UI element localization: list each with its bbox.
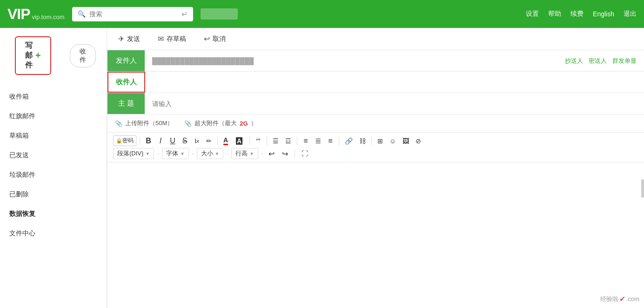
sidebar-item-files[interactable]: 文件中心 [0, 224, 107, 243]
send-label: 发送 [127, 35, 140, 43]
search-input[interactable] [89, 10, 173, 18]
group-button[interactable]: 群发单显 [612, 57, 637, 65]
font-label: 字体 [166, 149, 178, 158]
sender-actions: 抄送人 密送人 群发单显 [565, 57, 644, 65]
inbox-button[interactable]: 收件 [70, 44, 96, 67]
fullscreen-btn[interactable]: ⛶ [299, 149, 310, 158]
sidebar-buttons: 写邮件 + 收件 [0, 33, 107, 82]
redo-btn[interactable]: ↪ [280, 148, 290, 159]
recipient-label: 收件人 [107, 72, 145, 93]
sidebar-item-recovery[interactable]: 数据恢复 [0, 204, 107, 224]
bcc-button[interactable]: 密送人 [589, 57, 607, 65]
highlight-btn[interactable]: A · [234, 136, 246, 146]
quote-btn[interactable]: “” [253, 136, 263, 146]
editor-toolbar-row2: 段落(DIV) ▼ - 字体 ▼ - 大小 ▼ - 行高 [113, 148, 638, 159]
nav-billing[interactable]: 续费 [570, 10, 584, 18]
image-btn[interactable]: 🖼 [400, 136, 411, 146]
nav-logout[interactable]: 退出 [624, 10, 637, 18]
editor-toolbar: 🔒 密码 B I U S Ix ✏ A · A [107, 133, 644, 162]
lineheight-select[interactable]: 行高 ▼ [231, 148, 258, 159]
strikethrough-btn[interactable]: S [180, 136, 190, 146]
watermark-domain: .com [626, 295, 639, 302]
size-label: 大小 [201, 149, 213, 158]
sidebar-item-sent[interactable]: 已发送 [0, 146, 107, 165]
main-area: ✈ 发送 ✉ 存草稿 ↩ 取消 发件人 ████████████████████… [107, 28, 644, 308]
header: VIP vip.tom.com 🔍 ↵ 设置 帮助 续费 English 退出 [0, 0, 644, 28]
subject-input[interactable] [145, 95, 644, 112]
underline-btn[interactable]: U [168, 136, 178, 146]
ul-btn[interactable]: ☰ [270, 136, 281, 146]
unlink-btn[interactable]: ⛓ [357, 136, 368, 146]
send-button[interactable]: ✈ 发送 [116, 32, 142, 46]
sep1 [140, 137, 140, 145]
sep6 [339, 137, 339, 145]
large-attachment-label-prefix: 超大附件（最大 [195, 119, 237, 127]
align-center-btn[interactable]: ≣ [313, 135, 323, 146]
search-bar[interactable]: 🔍 ↵ [72, 7, 193, 21]
normal-attachment-label: 上传附件（50M） [125, 119, 173, 127]
italic-btn[interactable]: I [155, 136, 166, 146]
pen-btn[interactable]: ✏ [204, 136, 214, 146]
cancel-button[interactable]: ↩ 取消 [202, 32, 228, 46]
recipient-input[interactable] [145, 74, 644, 91]
blockquote-btn[interactable]: ⊘ [413, 136, 423, 146]
sidebar-item-flagged[interactable]: 红旗邮件 [0, 107, 107, 126]
sidebar: 写邮件 + 收件 收件箱 红旗邮件 草稿箱 已发送 垃圾邮件 已删除 数据恢复 … [0, 28, 107, 308]
compose-button[interactable]: 写邮件 + [15, 36, 51, 75]
font-select[interactable]: 字体 ▼ [162, 148, 189, 159]
size-select[interactable]: 大小 ▼ [197, 148, 224, 159]
undo-btn[interactable]: ↩ [266, 148, 277, 159]
highlight-icon: A [236, 137, 242, 145]
nav-language[interactable]: English [593, 10, 614, 18]
clear-format-btn[interactable]: Ix [192, 136, 202, 146]
sep2 [217, 137, 218, 145]
recipient-row: 收件人 [107, 72, 644, 93]
password-btn[interactable]: 🔒 密码 [113, 135, 136, 146]
watermark-text: 经验啦 [600, 295, 618, 303]
watermark: 经验啦 ✔ .com [600, 295, 639, 303]
paperclip-large-icon: 📎 [184, 120, 192, 127]
table-btn[interactable]: ⊞ [375, 136, 385, 146]
logo-vip: VIP [7, 6, 30, 23]
size-arrow: ▼ [215, 151, 220, 156]
font-color-btn[interactable]: A · [221, 135, 232, 146]
watermark-checkmark: ✔ [619, 295, 625, 303]
large-attachment-button[interactable]: 📎 超大附件（最大 2G ） [184, 119, 256, 127]
sidebar-item-drafts[interactable]: 草稿箱 [0, 126, 107, 146]
logo-domain: vip.tom.com [32, 13, 65, 20]
paragraph-select[interactable]: 段落(DIV) ▼ [113, 148, 154, 159]
header-nav: 设置 帮助 续费 English 退出 [526, 10, 637, 18]
editor-area[interactable] [107, 162, 644, 308]
link-btn[interactable]: 🔗 [342, 136, 355, 146]
align-left-btn[interactable]: ≡ [301, 136, 311, 146]
layout: 写邮件 + 收件 收件箱 红旗邮件 草稿箱 已发送 垃圾邮件 已删除 数据恢复 … [0, 28, 644, 308]
editor-toolbar-row1: 🔒 密码 B I U S Ix ✏ A · A [113, 135, 638, 146]
scrollbar[interactable] [641, 179, 644, 198]
emoji-btn[interactable]: ☺ [387, 136, 398, 146]
paperclip-icon: 📎 [115, 120, 122, 127]
sidebar-item-spam[interactable]: 垃圾邮件 [0, 165, 107, 185]
subject-row: 主 题 [107, 93, 644, 114]
lineheight-label: 行高 [235, 149, 248, 158]
logo: VIP vip.tom.com [7, 6, 65, 23]
attachment-row: 📎 上传附件（50M） 📎 超大附件（最大 2G ） [107, 114, 644, 133]
ol-btn[interactable]: ☲ [283, 136, 294, 146]
font-color-icon: A [223, 136, 228, 145]
nav-help[interactable]: 帮助 [548, 10, 561, 18]
cancel-icon: ↩ [204, 34, 210, 43]
nav-settings[interactable]: 设置 [526, 10, 539, 18]
bold-btn[interactable]: B [143, 136, 154, 146]
cc-button[interactable]: 抄送人 [565, 57, 583, 65]
cancel-label: 取消 [213, 35, 226, 43]
subject-label: 主 题 [107, 93, 145, 114]
sidebar-menu: 收件箱 红旗邮件 草稿箱 已发送 垃圾邮件 已删除 数据恢复 文件中心 [0, 87, 107, 243]
paragraph-label: 段落(DIV) [117, 149, 143, 158]
draft-icon: ✉ [158, 34, 164, 43]
sender-label: 发件人 [107, 50, 145, 71]
sidebar-item-deleted[interactable]: 已删除 [0, 185, 107, 204]
sidebar-item-inbox[interactable]: 收件箱 [0, 87, 107, 107]
draft-button[interactable]: ✉ 存草稿 [156, 32, 188, 46]
normal-attachment-button[interactable]: 📎 上传附件（50M） [115, 119, 173, 127]
large-attachment-label-suffix: ） [251, 119, 257, 127]
align-right-btn[interactable]: ≡ [325, 136, 335, 146]
